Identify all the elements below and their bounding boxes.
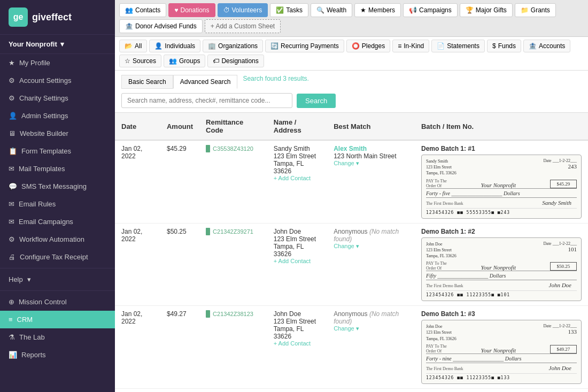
sec-all[interactable]: 📂 All xyxy=(119,40,147,52)
donations-icon: ♥ xyxy=(174,6,178,14)
donor-name: John Doe xyxy=(274,310,321,318)
sidebar-item-admin-settings[interactable]: 👤 Admin Settings xyxy=(0,107,115,125)
add-contact-link-2[interactable]: + Add Contact xyxy=(274,340,321,347)
email-rules-icon: ✉ xyxy=(9,200,14,208)
cell-amount-2: $49.27 xyxy=(160,306,199,389)
sidebar-item-mission-control[interactable]: ⊕ Mission Control xyxy=(0,293,115,311)
nav-donations[interactable]: ♥ Donations xyxy=(168,3,215,17)
nav-grants[interactable]: 📁 Grants xyxy=(515,3,556,17)
nav-wealth[interactable]: 🔍 Wealth xyxy=(311,3,352,17)
search-input[interactable] xyxy=(121,93,292,108)
match-anon-1: Anonymous (No match found) xyxy=(334,228,408,243)
sidebar-label-tax: Configure Tax Receipt xyxy=(20,253,88,261)
sidebar-label-crm: CRM xyxy=(17,316,33,324)
sidebar-item-charity-settings[interactable]: ⚙ Charity Settings xyxy=(0,89,115,107)
sidebar-item-website-builder[interactable]: 🖥 Website Builder xyxy=(0,125,115,142)
sidebar-item-workflow-automation[interactable]: ⚙ Workflow Automation xyxy=(0,230,115,248)
sidebar-item-my-profile[interactable]: ★ My Profile xyxy=(0,54,115,72)
results-table-container: Date Amount Remittance Code Name / Addre… xyxy=(115,113,588,392)
second-nav: 📂 All 👤 Individuals 🏢 Organizations 🔄 Re… xyxy=(115,37,588,71)
sec-groups[interactable]: 👥 Groups xyxy=(164,55,205,67)
sidebar-item-account-settings[interactable]: ⚙ Account Settings xyxy=(0,72,115,89)
statements-icon: 📄 xyxy=(437,42,445,50)
volunteers-icon: ⏱ xyxy=(223,6,230,14)
sec-sources[interactable]: ☆ Sources xyxy=(119,55,161,67)
sidebar-label-sms: SMS Text Messaging xyxy=(21,182,87,190)
cell-best-match-2: Anonymous (No match found) Change ▾ xyxy=(327,306,415,389)
col-batch: Batch / Item No. xyxy=(415,113,588,140)
sidebar-item-help[interactable]: Help ▾ xyxy=(0,271,115,288)
nav-donor-advised-funds[interactable]: 🏦 Donor Advised Funds xyxy=(119,19,203,33)
col-amount: Amount xyxy=(160,113,199,140)
sidebar-label-charity-settings: Charity Settings xyxy=(19,94,68,102)
search-button[interactable]: Search xyxy=(297,94,336,108)
donor-addr1: 123 Elm Street xyxy=(274,318,321,325)
check-image-1: John Doe 123 Elm Street Tampa, FL 33626 … xyxy=(421,237,582,302)
nav-contacts[interactable]: 👥 Contacts xyxy=(119,3,166,17)
sidebar-item-reports[interactable]: 📊 Reports xyxy=(0,346,115,364)
nav-tasks[interactable]: ✅ Tasks xyxy=(270,3,308,17)
sidebar-label-email-campaigns: Email Campaigns xyxy=(19,218,73,226)
org-name: Your Nonprofit xyxy=(9,40,57,48)
sec-organizations[interactable]: 🏢 Organizations xyxy=(203,40,263,52)
org-selector[interactable]: Your Nonprofit ▾ xyxy=(0,35,115,54)
change-link-0[interactable]: Change ▾ xyxy=(334,160,408,167)
sidebar-item-crm[interactable]: ≡ CRM xyxy=(0,311,115,328)
add-contact-link-1[interactable]: + Add Contact xyxy=(274,258,321,264)
workflow-icon: ⚙ xyxy=(9,235,15,243)
logo-icon: ge xyxy=(9,7,28,27)
crm-icon: ≡ xyxy=(9,316,13,324)
nav-major-gifts[interactable]: 🏆 Major Gifts xyxy=(460,3,513,17)
cell-date-1: Jan 02, 2022 xyxy=(115,223,160,306)
grants-icon: 📁 xyxy=(521,6,529,14)
sidebar-item-email-rules[interactable]: ✉ Email Rules xyxy=(0,195,115,213)
nav-volunteers[interactable]: ⏱ Volunteers xyxy=(218,3,268,17)
sec-pledges[interactable]: ⭕ Pledges xyxy=(346,40,390,52)
cell-batch-1: Demo Batch 1: #2 John Doe 123 Elm Street… xyxy=(415,223,588,306)
sidebar-item-form-templates[interactable]: 📋 Form Templates xyxy=(0,142,115,160)
cell-batch-2: Demo Batch 1: #3 John Doe 123 Elm Street… xyxy=(415,306,588,389)
cell-remittance-2: C21342Z38123 xyxy=(199,306,267,389)
sec-funds[interactable]: $ Funds xyxy=(487,40,521,52)
change-link-2[interactable]: Change ▾ xyxy=(334,325,408,332)
sec-statements[interactable]: 📄 Statements xyxy=(431,40,485,52)
reports-icon: 📊 xyxy=(9,351,17,359)
sec-designations[interactable]: 🏷 Designations xyxy=(207,55,264,67)
sidebar-item-mail-templates[interactable]: ✉ Mail Templates xyxy=(0,160,115,178)
results-table: Date Amount Remittance Code Name / Addre… xyxy=(115,113,588,389)
basic-search-tab[interactable]: Basic Search xyxy=(121,75,173,89)
match-name-0[interactable]: Alex Smith xyxy=(334,145,408,152)
sec-recurring-payments[interactable]: 🔄 Recurring Payments xyxy=(265,40,344,52)
help-label: Help xyxy=(9,275,23,283)
sidebar-item-sms-text-messaging[interactable]: 💬 SMS Text Messaging xyxy=(0,178,115,195)
admin-icon: 👤 xyxy=(9,112,17,120)
organizations-icon: 🏢 xyxy=(208,42,216,50)
sec-individuals[interactable]: 👤 Individuals xyxy=(149,40,200,52)
sidebar-item-configure-tax-receipt[interactable]: 🖨 Configure Tax Receipt xyxy=(0,248,115,266)
col-best-match: Best Match xyxy=(327,113,415,140)
top-nav: 👥 Contacts ♥ Donations ⏱ Volunteers ✅ Ta… xyxy=(115,0,588,37)
search-area: Basic Search Advanced Search Search foun… xyxy=(115,71,588,113)
nav-add-custom-sheet[interactable]: + Add a Custom Sheet xyxy=(205,19,281,33)
sidebar-label-mission-control: Mission Control xyxy=(19,298,67,306)
cell-amount-1: $50.25 xyxy=(160,223,199,306)
donor-name: John Doe xyxy=(274,228,321,235)
daf-icon: 🏦 xyxy=(125,22,133,30)
sec-in-kind[interactable]: ≡ In-Kind xyxy=(392,40,429,52)
sidebar-item-the-lab[interactable]: ⚗ The Lab xyxy=(0,328,115,346)
nav-members[interactable]: ★ Members xyxy=(354,3,401,17)
logo-area: ge giveffect xyxy=(0,0,115,35)
mail-icon: ✉ xyxy=(9,165,14,173)
donor-name: Sandy Smith xyxy=(274,145,321,152)
advanced-search-tab[interactable]: Advanced Search xyxy=(173,75,238,89)
add-contact-link-0[interactable]: + Add Contact xyxy=(274,175,321,181)
nav-campaigns[interactable]: 📢 Campaigns xyxy=(403,3,458,17)
sidebar-label-website-builder: Website Builder xyxy=(20,129,68,137)
gear-icon: ⚙ xyxy=(9,76,15,84)
sidebar-item-email-campaigns[interactable]: ✉ Email Campaigns xyxy=(0,213,115,230)
sec-accounts[interactable]: 🏦 Accounts xyxy=(523,40,570,52)
sidebar-label-my-profile: My Profile xyxy=(19,59,50,67)
star-icon: ★ xyxy=(9,59,15,67)
table-row: Jan 02, 2022$45.29C35538Z43120 Sandy Smi… xyxy=(115,140,588,223)
change-link-1[interactable]: Change ▾ xyxy=(334,243,408,250)
